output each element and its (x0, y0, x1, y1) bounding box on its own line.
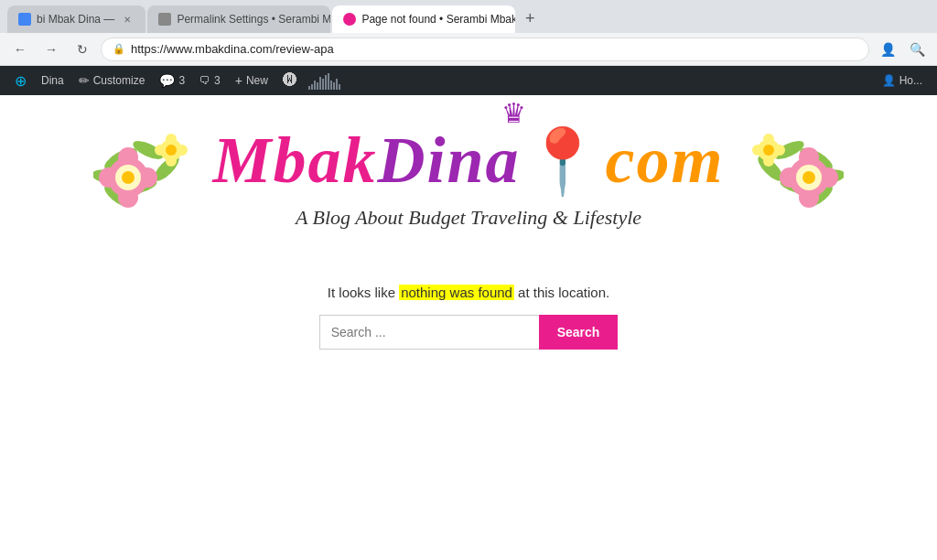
svg-point-16 (155, 145, 166, 156)
logo-mbak: Mbak (212, 123, 377, 199)
logo-subtitle: A Blog About Budget Traveling & Lifestyl… (296, 206, 641, 230)
svg-point-33 (763, 134, 774, 145)
reload-button[interactable]: ↻ (70, 37, 95, 62)
chart-bar-2 (311, 84, 313, 90)
not-found-section: It looks like nothing was found at this … (319, 285, 619, 350)
wordcamp-icon: 🅦 (283, 72, 297, 89)
search-input[interactable] (319, 315, 539, 350)
logo-text: MbakDina📍com (212, 123, 724, 199)
chart-bar-3 (314, 81, 316, 90)
chart-bar-8 (328, 73, 329, 90)
svg-point-12 (122, 171, 135, 184)
tab3-title: Page not found • Serambi Mbak... (361, 13, 515, 26)
search-button[interactable]: 🔍 (904, 37, 930, 62)
forward-button[interactable]: → (38, 37, 64, 62)
svg-point-26 (799, 147, 819, 167)
wp-stats-chart[interactable] (305, 71, 344, 90)
svg-point-27 (799, 188, 819, 208)
wp-wordcamp[interactable]: 🅦 (275, 66, 305, 95)
svg-point-17 (177, 145, 188, 156)
logo-pin-icon: 📍 (522, 124, 604, 199)
wp-new[interactable]: + New (228, 66, 275, 95)
svg-point-18 (166, 145, 177, 156)
tab1-close[interactable]: ✕ (120, 12, 135, 27)
account-button[interactable]: 👤 (875, 37, 900, 62)
wp-edit-comments[interactable]: 🗨 3 (192, 66, 228, 95)
tab2-title: Permalink Settings • Serambi Mb... (177, 13, 330, 26)
customize-label: Customize (93, 74, 145, 87)
back-button[interactable]: ← (7, 37, 33, 62)
new-label: New (246, 74, 268, 87)
svg-point-7 (118, 147, 138, 167)
wp-admin-bar: ⊕ Dina ✏ Customize 💬 3 🗨 3 + New 🅦 (0, 66, 937, 95)
svg-point-37 (763, 145, 774, 156)
svg-point-8 (118, 188, 138, 208)
comments-icon: 💬 (159, 73, 175, 88)
chart-bar-12 (339, 84, 340, 90)
page-content: ♛ MbakDina📍com A Blog About Budget Trave… (0, 95, 937, 560)
logo-container: ♛ MbakDina📍com (75, 123, 862, 199)
crown-icon: ♛ (501, 97, 526, 129)
search-bar: Search (319, 315, 619, 350)
search-button[interactable]: Search (539, 315, 619, 350)
url-bar[interactable]: 🔒 https://www.mbakdina.com/review-apa (101, 38, 869, 61)
edit-comments-count: 3 (214, 74, 221, 87)
logo-section: ♛ MbakDina📍com A Blog About Budget Trave… (0, 123, 937, 230)
svg-point-35 (752, 145, 763, 156)
chart-bar-10 (333, 82, 335, 90)
not-found-text-after: at this location. (514, 285, 609, 300)
logo-dina: Dina (378, 123, 521, 199)
url-text: https://www.mbakdina.com/review-apa (131, 42, 334, 56)
wp-howdy[interactable]: 👤 Ho... (875, 66, 930, 95)
howdy-label: Ho... (899, 74, 922, 87)
logo-com: com (606, 123, 725, 199)
svg-point-15 (166, 156, 177, 167)
svg-point-34 (763, 156, 774, 167)
tab1-title: bi Mbak Dina — (37, 13, 114, 26)
svg-point-36 (774, 145, 785, 156)
customize-icon: ✏ (79, 73, 90, 88)
chart-bar-9 (330, 81, 332, 90)
comments-count: 3 (178, 74, 185, 87)
lock-icon: 🔒 (113, 43, 125, 55)
wp-site-label: Dina (41, 74, 64, 87)
chart-bar-4 (317, 82, 318, 90)
wp-logo[interactable]: ⊕ (7, 66, 34, 95)
chart-bar-1 (308, 86, 310, 90)
not-found-highlight: nothing was found (399, 285, 514, 300)
edit-comments-icon: 🗨 (199, 74, 210, 87)
chart-bar-7 (325, 75, 327, 90)
address-bar: ← → ↻ 🔒 https://www.mbakdina.com/review-… (0, 33, 937, 66)
browser-actions: 👤 🔍 (875, 37, 930, 62)
wp-comments[interactable]: 💬 3 (152, 66, 192, 95)
wp-site-name[interactable]: Dina (34, 66, 71, 95)
new-tab-button[interactable]: + (517, 5, 543, 31)
tab-bar: bi Mbak Dina — ✕ Permalink Settings • Se… (0, 0, 937, 33)
tab-2[interactable]: Permalink Settings • Serambi Mb... ✕ (147, 5, 330, 33)
wp-logo-icon: ⊕ (15, 72, 27, 90)
howdy-icon: 👤 (882, 74, 896, 87)
tab-3[interactable]: Page not found • Serambi Mbak... ✕ (332, 5, 515, 33)
chart-bar-6 (322, 79, 324, 90)
chart-bar-11 (336, 79, 338, 90)
tab-1[interactable]: bi Mbak Dina — ✕ (7, 5, 145, 33)
browser-frame: bi Mbak Dina — ✕ Permalink Settings • Se… (0, 0, 937, 560)
not-found-text-before: It looks like (328, 285, 399, 300)
tab1-favicon (18, 13, 31, 26)
wp-customize[interactable]: ✏ Customize (71, 66, 153, 95)
flower-decoration-left (93, 113, 203, 223)
tab3-favicon (343, 13, 356, 26)
chart-bar-5 (319, 77, 321, 90)
flower-decoration-right (734, 113, 844, 223)
new-icon: + (235, 73, 242, 88)
svg-point-31 (802, 171, 815, 184)
tab2-favicon (158, 13, 171, 26)
svg-point-14 (166, 134, 177, 145)
not-found-message: It looks like nothing was found at this … (328, 285, 609, 300)
